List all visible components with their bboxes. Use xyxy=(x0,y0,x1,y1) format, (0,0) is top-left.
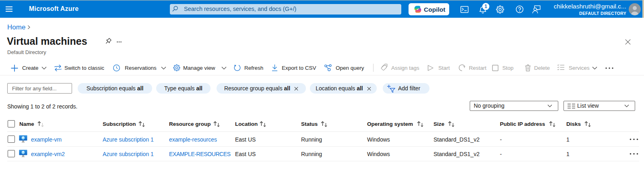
svg-text:1: 1 xyxy=(485,4,487,9)
